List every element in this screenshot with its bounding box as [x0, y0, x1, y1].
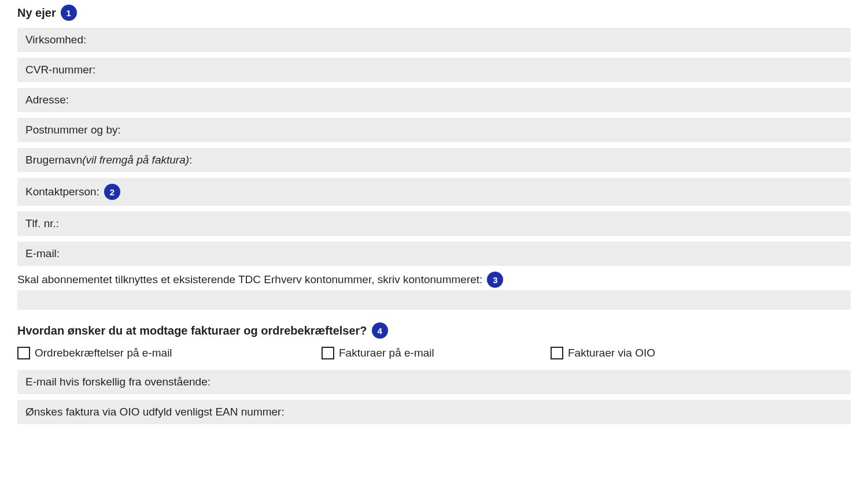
email-diff-label: E-mail hvis forskellig fra ovenstående:: [25, 376, 210, 388]
cvr-field[interactable]: CVR-nummer:: [17, 58, 851, 82]
konto-input[interactable]: [17, 290, 851, 310]
checkbox-icon[interactable]: [551, 347, 563, 359]
brugernavn-hint: (vil fremgå på faktura): [82, 154, 189, 166]
checkbox-faktura-oio[interactable]: Fakturaer via OIO: [551, 347, 851, 359]
section-heading-ny-ejer: Ny ejer 1: [17, 5, 851, 21]
checkbox-ordre-email[interactable]: Ordrebekræftelser på e-mail: [17, 347, 312, 359]
konto-label-row: Skal abonnementet tilknyttes et eksister…: [17, 272, 851, 288]
badge-1-icon: 1: [61, 5, 77, 21]
checkbox-faktura-email[interactable]: Fakturaer på e-mail: [322, 347, 541, 359]
postnummer-field[interactable]: Postnummer og by:: [17, 118, 851, 142]
ean-field[interactable]: Ønskes faktura via OIO udfyld venligst E…: [17, 400, 851, 424]
checkbox-ordre-email-label: Ordrebekræftelser på e-mail: [35, 347, 172, 359]
cvr-label: CVR-nummer:: [25, 64, 95, 76]
badge-2-icon: 2: [104, 184, 120, 200]
adresse-field[interactable]: Adresse:: [17, 88, 851, 112]
virksomhed-label: Virksomhed:: [25, 34, 86, 46]
email-label: E-mail:: [25, 247, 60, 260]
kontaktperson-field[interactable]: Kontaktperson: 2: [17, 178, 851, 206]
email-field[interactable]: E-mail:: [17, 242, 851, 266]
kontaktperson-label: Kontaktperson:: [25, 186, 99, 198]
postnummer-label: Postnummer og by:: [25, 124, 121, 136]
tlf-label: Tlf. nr.:: [25, 217, 59, 230]
tlf-field[interactable]: Tlf. nr.:: [17, 212, 851, 236]
brugernavn-colon: :: [189, 154, 192, 166]
brugernavn-field[interactable]: Brugernavn (vil fremgå på faktura):: [17, 148, 851, 172]
badge-3-icon: 3: [487, 272, 503, 288]
checkbox-icon[interactable]: [322, 347, 334, 359]
ean-label: Ønskes faktura via OIO udfyld venligst E…: [25, 406, 285, 418]
section-heading-faktura: Hvordan ønsker du at modtage fakturaer o…: [17, 322, 851, 339]
adresse-label: Adresse:: [25, 94, 69, 106]
checkbox-faktura-email-label: Fakturaer på e-mail: [339, 347, 434, 359]
badge-4-icon: 4: [372, 322, 388, 339]
brugernavn-label: Brugernavn: [25, 154, 82, 166]
email-diff-field[interactable]: E-mail hvis forskellig fra ovenstående:: [17, 370, 851, 394]
konto-label: Skal abonnementet tilknyttes et eksister…: [17, 273, 482, 286]
section2-title: Hvordan ønsker du at modtage fakturaer o…: [17, 324, 367, 337]
section-title: Ny ejer: [17, 6, 56, 20]
checkbox-icon[interactable]: [17, 347, 30, 359]
checkbox-row: Ordrebekræftelser på e-mail Fakturaer på…: [17, 347, 851, 359]
checkbox-faktura-oio-label: Fakturaer via OIO: [568, 347, 655, 359]
virksomhed-field[interactable]: Virksomhed:: [17, 28, 851, 52]
